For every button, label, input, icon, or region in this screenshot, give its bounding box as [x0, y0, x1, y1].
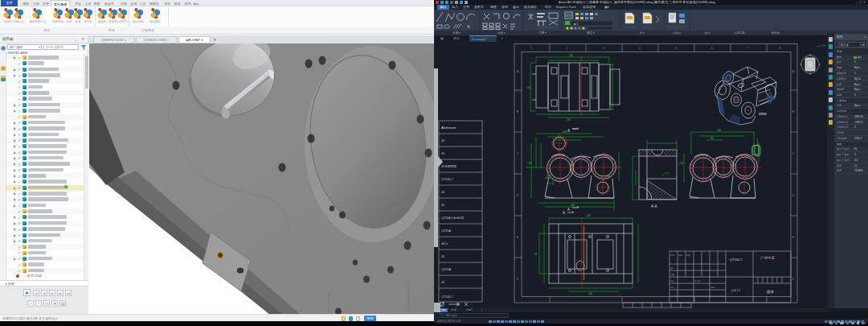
svg-text:A-A: A-A [651, 204, 657, 208]
svg-text:45: 45 [441, 191, 444, 194]
svg-text:266: 266 [717, 129, 721, 132]
svg-text:标准化: 标准化 [694, 279, 701, 283]
svg-text:A: A [563, 211, 565, 215]
svg-text:箱体: 箱体 [767, 289, 775, 294]
svg-text:■ 0: ■ 0 [574, 22, 579, 26]
svg-text:— ▫ ✕: — ▫ ✕ [817, 43, 825, 47]
svg-text:批准: 批准 [670, 286, 675, 289]
svg-text:A: A [567, 208, 570, 212]
svg-text:420: 420 [587, 214, 591, 217]
svg-text:F: F [517, 278, 518, 281]
svg-text:6: 6 [711, 47, 713, 50]
svg-text:266: 266 [563, 130, 567, 134]
svg-text:96: 96 [534, 253, 538, 256]
svg-text:1: 1 [530, 47, 532, 50]
svg-text:8: 8 [780, 47, 781, 50]
svg-text:QZ35A: QZ35A [441, 229, 451, 233]
svg-text:2: 2 [567, 47, 568, 50]
svg-text:QT500-7: QT500-7 [441, 295, 453, 299]
svg-text:QZ35A: QZ35A [441, 268, 451, 271]
svg-text:设计: 设计 [670, 266, 675, 270]
svg-text:Aluminum: Aluminum [441, 126, 457, 130]
svg-text:QT500-7: QT500-7 [441, 178, 453, 181]
svg-text:⌀52: ⌀52 [545, 176, 549, 180]
svg-text:5: 5 [675, 47, 677, 50]
svg-text:7: 7 [747, 47, 749, 50]
svg-text:分区: 分区 [686, 254, 691, 257]
svg-text:⌀62: ⌀62 [606, 175, 610, 178]
svg-text:218: 218 [567, 118, 571, 122]
svg-text:45: 45 [441, 152, 444, 155]
svg-text:标记: 标记 [669, 254, 675, 257]
svg-text:审核: 审核 [670, 273, 675, 276]
svg-text:F: F [792, 278, 794, 281]
svg-text:266: 266 [569, 54, 573, 57]
svg-text:45光精铜管: 45光精铜管 [441, 164, 457, 168]
svg-text:340: 340 [571, 204, 575, 207]
svg-text:QT500-7: QT500-7 [730, 258, 743, 262]
svg-text:45: 45 [441, 204, 444, 207]
svg-text:45: 45 [441, 139, 444, 142]
svg-text:128: 128 [679, 162, 683, 165]
svg-text:170: 170 [526, 86, 530, 89]
svg-text:96: 96 [710, 137, 714, 140]
svg-text:QZ35A六角钢536: QZ35A六角钢536 [441, 216, 464, 220]
svg-text:日期: 日期 [710, 286, 715, 289]
svg-text:A: A [567, 129, 570, 133]
svg-text:文: 文 [528, 13, 534, 19]
svg-text:3: 3 [603, 47, 604, 50]
svg-text:45: 45 [441, 255, 444, 258]
svg-text:340: 340 [588, 292, 592, 295]
svg-text:4: 4 [639, 47, 641, 50]
svg-text:比例 1:2: 比例 1:2 [731, 289, 740, 292]
svg-text:128: 128 [527, 162, 531, 165]
svg-text:45: 45 [441, 281, 444, 284]
svg-text:40Cr: 40Cr [441, 242, 448, 246]
svg-text:工艺: 工艺 [670, 279, 675, 283]
svg-text:广州中蓝: 广州中蓝 [760, 256, 776, 260]
svg-text:处数: 处数 [678, 254, 683, 257]
